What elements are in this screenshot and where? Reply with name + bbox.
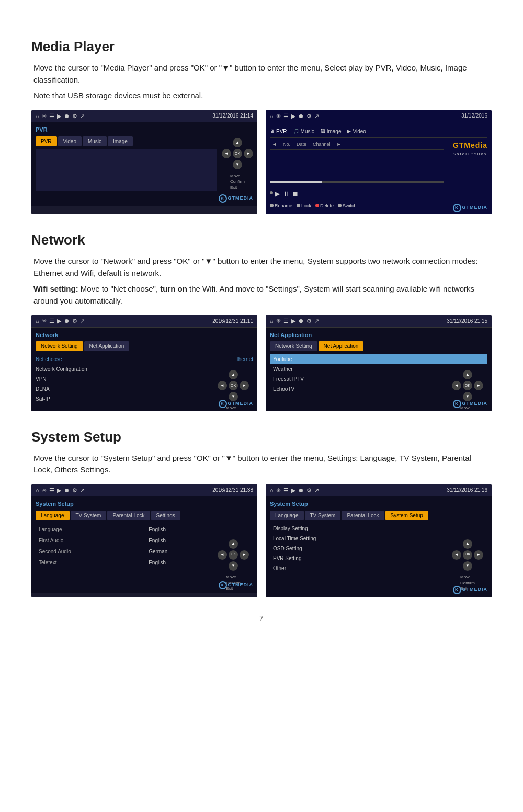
tab-settings[interactable]: Settings	[151, 511, 180, 520]
left-btn[interactable]: ◄	[222, 149, 231, 158]
signal-icon-ssl: ↗	[80, 486, 85, 495]
ss-tabs-right: Language TV System Parental Lock System …	[270, 511, 487, 520]
brand-name: GTMedia	[446, 140, 487, 151]
col-channel: Channel	[313, 141, 331, 148]
play-icon-nl: ▶	[57, 317, 61, 326]
tab-image[interactable]: Image	[108, 136, 133, 146]
ss-topbar-right: ⌂ ✳ ☰ ▶ ⏺ ⚙ ↗ 31/12/2016 21:16	[266, 484, 492, 497]
net-timestamp-right: 31/12/2016 21:15	[447, 317, 487, 325]
pvr-tabs-row: PVR Video Music Image	[36, 136, 253, 146]
gtmedia-logo-left: KGTMEDIA	[219, 194, 254, 203]
side-controls-left: ▲ ◄ OK ► ▼ Move Confirm Exit	[222, 138, 253, 191]
tab-pvr-r[interactable]: 🖥 PVR	[270, 127, 287, 135]
stop-ctrl[interactable]: ⏹	[292, 189, 299, 199]
play-icon-ssr: ▶	[291, 486, 295, 495]
up-btn[interactable]: ▲	[233, 138, 242, 147]
lang-value: English	[146, 525, 215, 535]
ss-left-btn[interactable]: ◄	[218, 550, 227, 560]
pvr-list-content	[270, 151, 444, 177]
net-left-btn[interactable]: ◄	[218, 381, 227, 390]
rename-action[interactable]: Rename	[270, 203, 292, 210]
nap-left-btn[interactable]: ◄	[452, 381, 461, 390]
tab-language-r[interactable]: Language	[270, 511, 304, 520]
switch-action[interactable]: Switch	[338, 203, 357, 210]
ss-ok-btn[interactable]: OK	[229, 550, 238, 560]
ssr-right-btn[interactable]: ►	[474, 550, 483, 560]
teletext-label: Teletext	[37, 558, 145, 567]
gt-circle-r: K	[453, 204, 461, 212]
signal-icon-nl: ↗	[80, 317, 85, 326]
play-ctrl[interactable]: ▶	[275, 189, 280, 199]
home-icon: ⌂	[36, 112, 39, 121]
media-player-para1: Move the cursor to "Media Player" and pr…	[31, 62, 492, 86]
ssr-ok-btn[interactable]: OK	[463, 550, 472, 560]
ssr-confirm-label: Confirm	[460, 580, 475, 586]
rec-icon-ssr: ⏺	[298, 486, 304, 495]
tab-parentallock[interactable]: Parental Lock	[107, 511, 150, 520]
list-item-displaysetting[interactable]: Display Setting	[270, 524, 487, 533]
tab-netapp[interactable]: Net Application	[84, 341, 130, 351]
gear-icon-ssl: ⚙	[72, 486, 77, 495]
tab-netsetting-r[interactable]: Network Setting	[270, 341, 317, 351]
screen-topbar-right: ⌂ ✳ ☰ ▶ ⏺ ⚙ ↗ 31/12/2016	[266, 110, 492, 123]
network-title: Network	[31, 230, 492, 250]
ss-up-btn[interactable]: ▲	[229, 539, 238, 549]
tab-video-r[interactable]: ▶ Video	[347, 127, 366, 135]
topbar-icons-right: ⌂ ✳ ☰ ▶ ⏺ ⚙ ↗	[270, 112, 319, 121]
user-icon-nr: ☰	[283, 317, 289, 326]
net-body-right: Net Application Network Setting Net Appl…	[266, 328, 492, 411]
rec-icon-ssl: ⏺	[64, 486, 70, 495]
ss-down-btn[interactable]: ▼	[229, 561, 238, 571]
nap-up-btn[interactable]: ▲	[463, 370, 472, 379]
ss-right-btn[interactable]: ►	[240, 550, 249, 560]
pause-ctrl[interactable]: ⏸	[283, 189, 289, 199]
tab-language[interactable]: Language	[36, 511, 70, 520]
tab-parentallock-r[interactable]: Parental Lock	[342, 511, 384, 520]
dot-row: ▶ ⏸ ⏹	[270, 187, 444, 199]
user-icon-ssl: ☰	[49, 486, 54, 495]
tab-image-r[interactable]: 🖼 Image	[321, 127, 342, 135]
media-player-screen-left: ⌂ ✳ ☰ ▶ ⏺ ⚙ ↗ 31/12/2016 21:14 PVR PVR V…	[31, 110, 257, 215]
signal-icon-ssr: ↗	[314, 486, 319, 495]
tab-pvr[interactable]: PVR	[36, 136, 57, 146]
tab-netsetting[interactable]: Network Setting	[36, 341, 83, 351]
ctrl-labels: Move Confirm Exit	[230, 173, 245, 191]
user-icon-ssr: ☰	[283, 486, 289, 495]
list-item-netchoose[interactable]: Net choose Ethernet	[36, 354, 253, 364]
video-icon: ▶	[347, 128, 351, 135]
nap-right-btn[interactable]: ►	[474, 381, 483, 390]
network-screen-left: ⌂ ✳ ☰ ▶ ⏺ ⚙ ↗ 2016/12/31 21:11 Network N…	[31, 315, 257, 411]
ssr-left-btn[interactable]: ◄	[452, 550, 461, 560]
tab-netapp-r[interactable]: Net Application	[319, 341, 364, 351]
tab-tvsystem[interactable]: TV System	[71, 511, 107, 520]
delete-action[interactable]: Delete	[315, 203, 334, 210]
net-right-btn[interactable]: ►	[240, 381, 249, 390]
tab-music[interactable]: Music	[83, 136, 107, 146]
screen-topbar-left: ⌂ ✳ ☰ ▶ ⏺ ⚙ ↗ 31/12/2016 21:14	[31, 110, 257, 123]
turn-on-bold: turn on	[160, 284, 187, 293]
net-up-btn[interactable]: ▲	[229, 370, 238, 379]
syssetup-screen-right: ⌂ ✳ ☰ ▶ ⏺ ⚙ ↗ 31/12/2016 21:16 System Se…	[266, 484, 492, 597]
tab-syssetup-r[interactable]: System Setup	[385, 511, 428, 520]
rec-icon: ⏺	[64, 112, 70, 121]
network-section: Network Move the cursor to "Network" and…	[31, 230, 492, 411]
down-btn[interactable]: ▼	[233, 160, 242, 169]
tab-tvsystem-r[interactable]: TV System	[305, 511, 341, 520]
tab-video[interactable]: Video	[58, 136, 82, 146]
star-icon-nl: ✳	[42, 317, 47, 326]
ssr-down-btn[interactable]: ▼	[463, 561, 472, 571]
ssr-up-btn[interactable]: ▲	[463, 539, 472, 549]
wifi-setting-text: Move to "Net choose", turn on the Wifi. …	[33, 284, 474, 305]
right-btn[interactable]: ►	[244, 149, 253, 158]
nap-ok-btn[interactable]: OK	[463, 381, 472, 390]
netchoose-value: Ethernet	[233, 355, 253, 363]
lock-action[interactable]: Lock	[297, 203, 311, 210]
tab-music-r[interactable]: 🎵 Music	[293, 127, 314, 135]
list-item-youtube[interactable]: Youtube	[270, 354, 487, 364]
screen-label-pvr: PVR	[36, 125, 253, 134]
net-ok-btn[interactable]: OK	[229, 381, 238, 390]
col-no: ◄	[272, 141, 277, 148]
net-tabs-left: Network Setting Net Application	[36, 341, 253, 351]
ok-btn[interactable]: OK	[233, 149, 242, 158]
ssr-move-label: Move	[460, 574, 475, 580]
